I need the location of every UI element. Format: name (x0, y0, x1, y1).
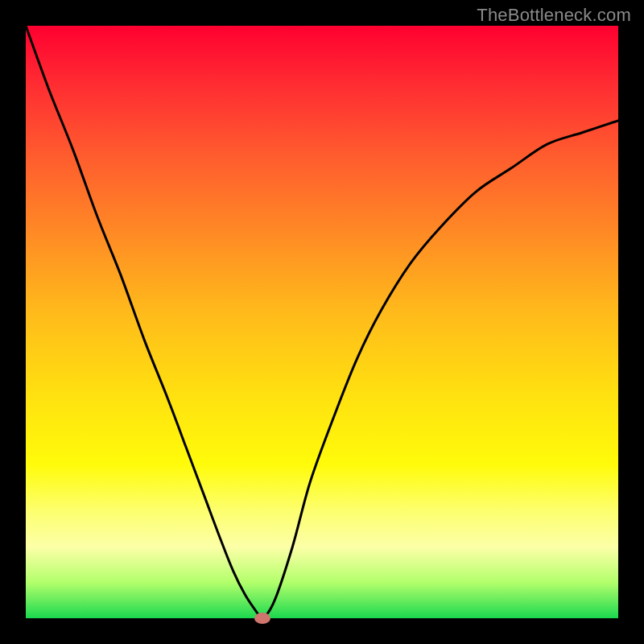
source-watermark: TheBottleneck.com (477, 5, 631, 26)
bottleneck-curve (26, 26, 618, 618)
chart-plot-area (26, 26, 618, 618)
chart-frame: TheBottleneck.com (0, 0, 644, 644)
min-marker (254, 613, 270, 624)
